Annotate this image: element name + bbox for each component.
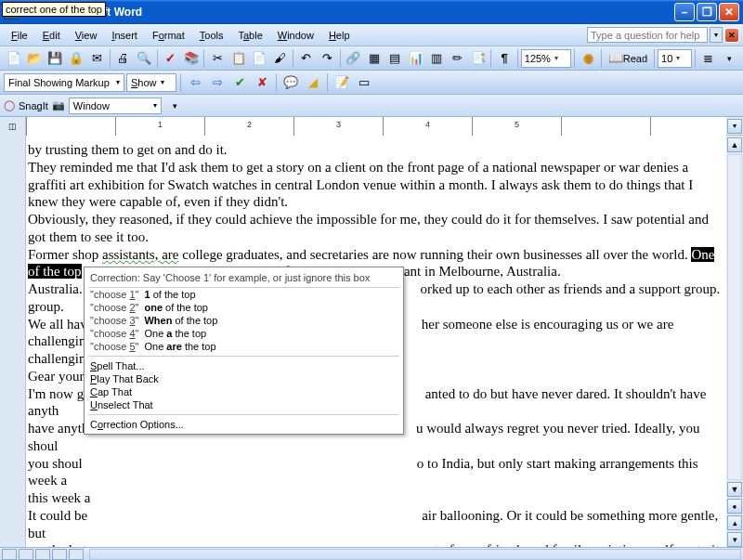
- maximize-button[interactable]: ❐: [697, 3, 717, 21]
- email-icon[interactable]: ✉: [87, 48, 107, 69]
- insert-table-icon[interactable]: ▤: [385, 48, 404, 69]
- snagit-label: SnagIt: [19, 100, 48, 111]
- spell-that-command[interactable]: Spell That...: [88, 359, 399, 372]
- print-layout-view-button[interactable]: [35, 549, 50, 560]
- correction-option-3[interactable]: "choose 3" When of the top: [88, 314, 399, 327]
- snagit-icon: ◯: [4, 99, 15, 111]
- menu-format[interactable]: Format: [145, 28, 192, 43]
- web-layout-view-button[interactable]: [19, 549, 33, 560]
- vertical-scrollbar[interactable]: ▲ ▼ ● ▴ ▾: [726, 136, 743, 547]
- spellcheck-icon[interactable]: ✓: [161, 48, 180, 69]
- menu-bar: File Edit View Insert Format Tools Table…: [0, 24, 743, 46]
- research-icon[interactable]: 📚: [181, 48, 201, 69]
- undo-icon[interactable]: ↶: [296, 48, 316, 69]
- correction-option-2[interactable]: "choose 2" one of the top: [88, 301, 399, 314]
- menu-edit[interactable]: Edit: [35, 28, 68, 43]
- cap-that-command[interactable]: Cap That: [88, 385, 399, 398]
- speech-correction-popup: Correction: Say 'Choose 1' for example, …: [84, 267, 404, 435]
- unselect-that-command[interactable]: Unselect That: [88, 398, 399, 411]
- menubar-close-button[interactable]: ✕: [724, 28, 739, 43]
- ruler-corner[interactable]: ◫: [0, 117, 26, 136]
- columns-icon[interactable]: ▥: [426, 48, 446, 69]
- correction-option-1[interactable]: "choose 1" 1 of the top: [88, 288, 399, 301]
- read-button[interactable]: 📖 Read: [605, 48, 651, 69]
- highlight-icon[interactable]: ◢: [303, 72, 323, 93]
- standard-toolbar: 📄 📂 💾 🔒 ✉ 🖨 🔍 ✓ 📚 ✂ 📋 📄 🖌 ↶ ↷ 🔗 ▦ ▤ 📊 ▥ …: [0, 46, 743, 71]
- print-preview-icon[interactable]: 🔍: [134, 48, 153, 69]
- accept-change-icon[interactable]: ✔: [229, 72, 250, 93]
- snagit-window-combo[interactable]: Window▾: [69, 98, 162, 114]
- reject-change-icon[interactable]: ✘: [252, 72, 272, 93]
- correction-option-5[interactable]: "choose 5" One are the top: [88, 340, 399, 353]
- toolbar-options-icon[interactable]: ▾: [720, 48, 739, 69]
- excel-icon[interactable]: 📊: [406, 48, 425, 69]
- status-bar: [0, 547, 743, 560]
- format-painter-icon[interactable]: 🖌: [270, 48, 290, 69]
- ruler-toggle-icon[interactable]: ▾: [727, 119, 742, 134]
- reviewing-pane-icon[interactable]: ▭: [354, 72, 374, 93]
- save-icon[interactable]: 💾: [46, 48, 65, 69]
- help-dropdown-arrow[interactable]: ▾: [710, 27, 723, 43]
- minimize-button[interactable]: –: [674, 3, 695, 21]
- menu-file[interactable]: File: [4, 28, 35, 43]
- next-change-icon[interactable]: ⇨: [207, 72, 228, 93]
- popup-header: Correction: Say 'Choose 1' for example, …: [88, 270, 399, 288]
- drawing-icon[interactable]: ✏: [448, 48, 467, 69]
- hscroll-track[interactable]: [89, 549, 741, 560]
- reading-layout-view-button[interactable]: [69, 549, 84, 560]
- play-that-back-command[interactable]: Play That Back: [88, 372, 399, 385]
- paste-icon[interactable]: 📄: [249, 48, 268, 69]
- menu-table[interactable]: Table: [230, 28, 269, 43]
- next-page-button[interactable]: ▾: [727, 532, 742, 547]
- vertical-ruler[interactable]: [0, 136, 26, 547]
- snagit-toolbar: ◯ SnagIt 📷 Window▾ ▾: [0, 95, 743, 117]
- normal-view-button[interactable]: [2, 549, 17, 560]
- show-hide-icon[interactable]: ¶: [494, 48, 514, 69]
- open-icon[interactable]: 📂: [24, 48, 44, 69]
- docmap-icon[interactable]: 📑: [468, 48, 488, 69]
- tables-borders-icon[interactable]: ▦: [364, 48, 384, 69]
- track-changes-icon[interactable]: 📝: [332, 72, 352, 93]
- menu-help[interactable]: Help: [321, 28, 358, 43]
- display-for-review-combo[interactable]: Final Showing Markup▾: [4, 73, 124, 92]
- print-icon[interactable]: 🖨: [113, 48, 133, 69]
- menu-insert[interactable]: Insert: [104, 28, 145, 43]
- browse-object-button[interactable]: ●: [727, 499, 742, 514]
- close-button[interactable]: ✕: [719, 3, 739, 21]
- horizontal-ruler[interactable]: 1 2 3 4 5: [26, 117, 726, 136]
- permission-icon[interactable]: 🔒: [66, 48, 85, 69]
- new-comment-icon[interactable]: 💬: [280, 72, 301, 93]
- bullets-icon[interactable]: ≣: [698, 48, 718, 69]
- title-bar: correct one of the top ic v9 - Microsoft…: [0, 0, 743, 24]
- ruler-row: ◫ 1 2 3 4 5 ▾: [0, 117, 743, 136]
- menu-tools[interactable]: Tools: [192, 28, 231, 43]
- scroll-down-button[interactable]: ▼: [727, 482, 742, 497]
- help-icon[interactable]: ◉: [578, 48, 597, 69]
- help-search-input[interactable]: [587, 27, 708, 43]
- scroll-up-button[interactable]: ▲: [727, 137, 742, 152]
- outline-view-button[interactable]: [52, 549, 67, 560]
- reviewing-toolbar: Final Showing Markup▾ Show▾ ⇦ ⇨ ✔ ✘ 💬 ◢ …: [0, 71, 743, 95]
- snagit-options-icon[interactable]: ▾: [165, 96, 186, 116]
- show-combo[interactable]: Show▾: [126, 73, 176, 92]
- font-size-combo[interactable]: 10▾: [658, 49, 692, 68]
- copy-icon[interactable]: 📋: [228, 48, 248, 69]
- menu-window[interactable]: Window: [270, 28, 321, 43]
- tooltip: correct one of the top: [2, 2, 106, 17]
- hyperlink-icon[interactable]: 🔗: [344, 48, 363, 69]
- correction-options-command[interactable]: Correction Options...: [88, 418, 399, 431]
- menu-view[interactable]: View: [68, 28, 105, 43]
- snagit-capture-icon[interactable]: 📷: [52, 99, 65, 111]
- prev-change-icon[interactable]: ⇦: [185, 72, 205, 93]
- cut-icon[interactable]: ✂: [207, 48, 227, 69]
- zoom-combo[interactable]: 125%▾: [521, 49, 572, 68]
- redo-icon[interactable]: ↷: [317, 48, 336, 69]
- correction-option-4[interactable]: "choose 4" One a the top: [88, 327, 399, 340]
- scroll-track[interactable]: [727, 154, 742, 480]
- new-doc-icon[interactable]: 📄: [4, 48, 23, 69]
- prev-page-button[interactable]: ▴: [727, 515, 742, 530]
